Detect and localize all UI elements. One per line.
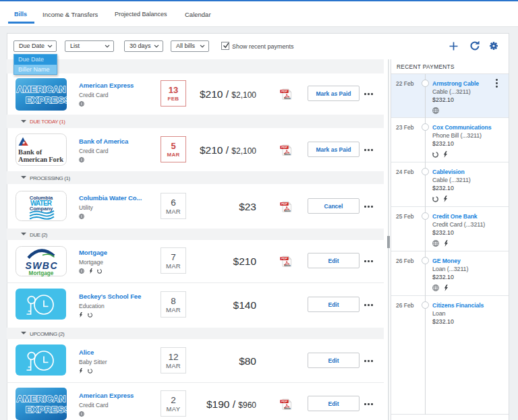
svg-text:Bank of: Bank of: [18, 148, 42, 156]
svg-text:SWBC: SWBC: [26, 260, 58, 271]
svg-text:Company: Company: [30, 206, 53, 212]
svg-text:Mortgage: Mortgage: [29, 270, 54, 276]
svg-text:American Fork: American Fork: [18, 156, 63, 163]
